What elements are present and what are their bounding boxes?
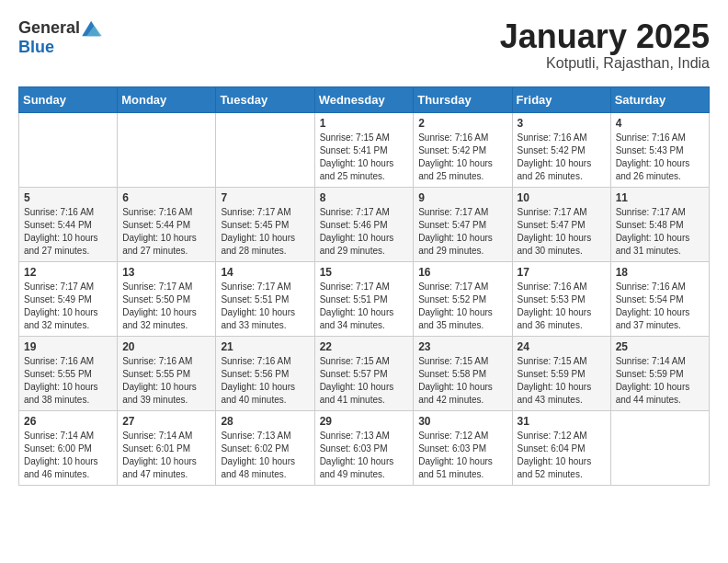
- day-info: Sunrise: 7:14 AM Sunset: 5:59 PM Dayligh…: [616, 355, 704, 407]
- day-number: 14: [221, 266, 309, 279]
- calendar-cell: 31Sunrise: 7:12 AM Sunset: 6:04 PM Dayli…: [512, 410, 610, 485]
- day-number: 6: [122, 191, 210, 204]
- day-number: 3: [518, 117, 606, 130]
- calendar-cell: 6Sunrise: 7:16 AM Sunset: 5:44 PM Daylig…: [118, 187, 216, 261]
- calendar-cell: 22Sunrise: 7:15 AM Sunset: 5:57 PM Dayli…: [314, 336, 414, 410]
- day-info: Sunrise: 7:16 AM Sunset: 5:54 PM Dayligh…: [616, 281, 704, 332]
- day-info: Sunrise: 7:17 AM Sunset: 5:46 PM Dayligh…: [320, 206, 409, 258]
- day-number: 21: [221, 340, 309, 353]
- calendar-cell: 10Sunrise: 7:17 AM Sunset: 5:47 PM Dayli…: [512, 187, 610, 261]
- calendar-cell: 3Sunrise: 7:16 AM Sunset: 5:42 PM Daylig…: [512, 112, 610, 187]
- day-number: 2: [418, 117, 506, 130]
- day-number: 28: [221, 415, 309, 428]
- calendar-week-4: 19Sunrise: 7:16 AM Sunset: 5:55 PM Dayli…: [19, 336, 710, 410]
- day-number: 4: [616, 117, 704, 130]
- day-number: 9: [418, 191, 506, 204]
- day-number: 26: [24, 415, 112, 428]
- calendar-cell: [610, 410, 709, 485]
- day-number: 7: [221, 191, 309, 204]
- calendar-cell: 24Sunrise: 7:15 AM Sunset: 5:59 PM Dayli…: [512, 336, 610, 410]
- day-info: Sunrise: 7:12 AM Sunset: 6:03 PM Dayligh…: [418, 430, 506, 481]
- day-info: Sunrise: 7:15 AM Sunset: 5:58 PM Dayligh…: [418, 355, 506, 407]
- day-info: Sunrise: 7:16 AM Sunset: 5:42 PM Dayligh…: [418, 132, 506, 183]
- calendar-cell: 2Sunrise: 7:16 AM Sunset: 5:42 PM Daylig…: [414, 112, 512, 187]
- calendar-cell: 30Sunrise: 7:12 AM Sunset: 6:03 PM Dayli…: [414, 410, 512, 485]
- logo-blue-text: Blue: [18, 38, 54, 57]
- day-info: Sunrise: 7:15 AM Sunset: 5:59 PM Dayligh…: [518, 355, 606, 407]
- calendar-cell: 14Sunrise: 7:17 AM Sunset: 5:51 PM Dayli…: [216, 261, 314, 336]
- weekday-header-friday: Friday: [512, 86, 610, 112]
- weekday-header-tuesday: Tuesday: [216, 86, 314, 112]
- day-number: 31: [518, 415, 606, 428]
- calendar-cell: 26Sunrise: 7:14 AM Sunset: 6:00 PM Dayli…: [19, 410, 118, 485]
- day-info: Sunrise: 7:16 AM Sunset: 5:55 PM Dayligh…: [122, 355, 210, 407]
- location-title: Kotputli, Rajasthan, India: [500, 55, 710, 72]
- calendar-cell: 20Sunrise: 7:16 AM Sunset: 5:55 PM Dayli…: [118, 336, 216, 410]
- day-number: 1: [320, 117, 409, 130]
- day-info: Sunrise: 7:17 AM Sunset: 5:48 PM Dayligh…: [616, 206, 704, 258]
- page-header: GeneralBlue January 2025 Kotputli, Rajas…: [18, 18, 710, 72]
- day-info: Sunrise: 7:12 AM Sunset: 6:04 PM Dayligh…: [518, 430, 606, 481]
- day-number: 18: [616, 266, 704, 279]
- day-info: Sunrise: 7:14 AM Sunset: 6:01 PM Dayligh…: [122, 430, 210, 481]
- day-info: Sunrise: 7:17 AM Sunset: 5:52 PM Dayligh…: [418, 281, 506, 332]
- calendar-cell: 7Sunrise: 7:17 AM Sunset: 5:45 PM Daylig…: [216, 187, 314, 261]
- day-number: 24: [518, 340, 606, 353]
- calendar-cell: 12Sunrise: 7:17 AM Sunset: 5:49 PM Dayli…: [19, 261, 118, 336]
- calendar-cell: 5Sunrise: 7:16 AM Sunset: 5:44 PM Daylig…: [19, 187, 118, 261]
- calendar-cell: 4Sunrise: 7:16 AM Sunset: 5:43 PM Daylig…: [610, 112, 709, 187]
- day-number: 25: [616, 340, 704, 353]
- calendar-cell: 23Sunrise: 7:15 AM Sunset: 5:58 PM Dayli…: [414, 336, 512, 410]
- logo-text: General: [18, 18, 80, 38]
- weekday-header-thursday: Thursday: [414, 86, 512, 112]
- day-info: Sunrise: 7:17 AM Sunset: 5:51 PM Dayligh…: [320, 281, 409, 332]
- day-info: Sunrise: 7:16 AM Sunset: 5:44 PM Dayligh…: [122, 206, 210, 258]
- calendar-week-3: 12Sunrise: 7:17 AM Sunset: 5:49 PM Dayli…: [19, 261, 710, 336]
- day-number: 15: [320, 266, 409, 279]
- calendar-cell: 15Sunrise: 7:17 AM Sunset: 5:51 PM Dayli…: [314, 261, 414, 336]
- day-info: Sunrise: 7:17 AM Sunset: 5:45 PM Dayligh…: [221, 206, 309, 258]
- day-info: Sunrise: 7:16 AM Sunset: 5:43 PM Dayligh…: [616, 132, 704, 183]
- calendar-cell: 16Sunrise: 7:17 AM Sunset: 5:52 PM Dayli…: [414, 261, 512, 336]
- day-number: 20: [122, 340, 210, 353]
- calendar-cell: [216, 112, 314, 187]
- title-block: January 2025 Kotputli, Rajasthan, India: [500, 18, 710, 72]
- day-number: 5: [24, 191, 112, 204]
- calendar-cell: 25Sunrise: 7:14 AM Sunset: 5:59 PM Dayli…: [610, 336, 709, 410]
- day-info: Sunrise: 7:16 AM Sunset: 5:56 PM Dayligh…: [221, 355, 309, 407]
- calendar-cell: [118, 112, 216, 187]
- logo: GeneralBlue: [18, 18, 104, 57]
- calendar-cell: 18Sunrise: 7:16 AM Sunset: 5:54 PM Dayli…: [610, 261, 709, 336]
- calendar-cell: 28Sunrise: 7:13 AM Sunset: 6:02 PM Dayli…: [216, 410, 314, 485]
- calendar-cell: 13Sunrise: 7:17 AM Sunset: 5:50 PM Dayli…: [118, 261, 216, 336]
- day-number: 13: [122, 266, 210, 279]
- calendar-cell: 1Sunrise: 7:15 AM Sunset: 5:41 PM Daylig…: [314, 112, 414, 187]
- day-number: 10: [518, 191, 606, 204]
- day-info: Sunrise: 7:15 AM Sunset: 5:57 PM Dayligh…: [320, 355, 409, 407]
- weekday-header-monday: Monday: [118, 86, 216, 112]
- day-info: Sunrise: 7:13 AM Sunset: 6:03 PM Dayligh…: [320, 430, 409, 481]
- calendar-cell: [19, 112, 118, 187]
- weekday-header-sunday: Sunday: [19, 86, 118, 112]
- calendar-cell: 9Sunrise: 7:17 AM Sunset: 5:47 PM Daylig…: [414, 187, 512, 261]
- day-info: Sunrise: 7:17 AM Sunset: 5:50 PM Dayligh…: [122, 281, 210, 332]
- day-info: Sunrise: 7:17 AM Sunset: 5:49 PM Dayligh…: [24, 281, 112, 332]
- calendar-table: SundayMondayTuesdayWednesdayThursdayFrid…: [18, 86, 710, 486]
- day-info: Sunrise: 7:17 AM Sunset: 5:47 PM Dayligh…: [518, 206, 606, 258]
- day-info: Sunrise: 7:13 AM Sunset: 6:02 PM Dayligh…: [221, 430, 309, 481]
- day-info: Sunrise: 7:16 AM Sunset: 5:42 PM Dayligh…: [518, 132, 606, 183]
- day-number: 27: [122, 415, 210, 428]
- day-info: Sunrise: 7:16 AM Sunset: 5:44 PM Dayligh…: [24, 206, 112, 258]
- calendar-cell: 27Sunrise: 7:14 AM Sunset: 6:01 PM Dayli…: [118, 410, 216, 485]
- calendar-week-5: 26Sunrise: 7:14 AM Sunset: 6:00 PM Dayli…: [19, 410, 710, 485]
- day-number: 23: [418, 340, 506, 353]
- day-number: 11: [616, 191, 704, 204]
- day-info: Sunrise: 7:17 AM Sunset: 5:47 PM Dayligh…: [418, 206, 506, 258]
- weekday-header-wednesday: Wednesday: [314, 86, 414, 112]
- day-number: 30: [418, 415, 506, 428]
- calendar-cell: 8Sunrise: 7:17 AM Sunset: 5:46 PM Daylig…: [314, 187, 414, 261]
- weekday-header-saturday: Saturday: [610, 86, 709, 112]
- day-info: Sunrise: 7:16 AM Sunset: 5:53 PM Dayligh…: [518, 281, 606, 332]
- calendar-cell: 29Sunrise: 7:13 AM Sunset: 6:03 PM Dayli…: [314, 410, 414, 485]
- day-number: 29: [320, 415, 409, 428]
